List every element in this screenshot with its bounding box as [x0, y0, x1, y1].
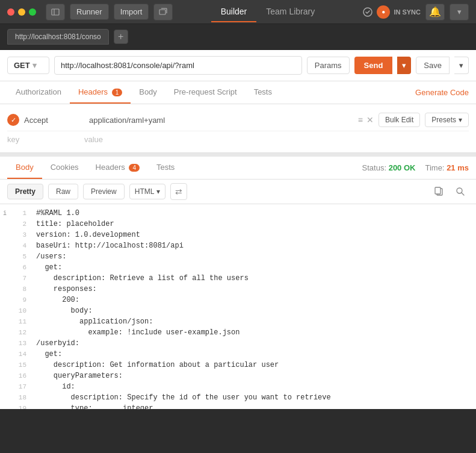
tab-authorization[interactable]: Authorization	[7, 81, 70, 104]
tab-headers-response[interactable]: Headers 4	[87, 157, 148, 179]
time-label: Time: 21 ms	[425, 163, 469, 172]
presets-button[interactable]: Presets ▾	[425, 113, 469, 127]
save-button[interactable]: Save	[416, 57, 450, 74]
tab-tests-response[interactable]: Tests	[148, 157, 183, 179]
tab-builder[interactable]: Builder	[211, 2, 257, 22]
line-content: version: 1.0.development	[31, 231, 476, 242]
code-line: 17 id:	[0, 383, 476, 393]
status-code: 200 OK	[389, 163, 416, 172]
presets-chevron-icon: ▾	[459, 116, 462, 124]
send-button[interactable]: Send	[354, 57, 393, 74]
generate-code-link[interactable]: Generate Code	[415, 88, 469, 97]
code-line: 19 type: integer	[0, 404, 476, 409]
status-label: Status: 200 OK	[362, 163, 416, 172]
line-indicator	[0, 361, 10, 372]
minimize-button[interactable]	[18, 8, 25, 16]
import-button[interactable]: Import	[114, 4, 149, 20]
code-toolbar-icons	[430, 183, 469, 200]
tab-pre-request-script[interactable]: Pre-request Script	[165, 81, 246, 104]
title-bar: Runner Import Builder Team Library ● IN …	[0, 0, 476, 24]
close-button[interactable]	[7, 8, 14, 16]
delete-icon[interactable]: ✕	[366, 115, 374, 125]
response-headers-badge: 4	[129, 164, 140, 172]
send-chevron-icon: ▾	[402, 61, 406, 70]
line-content: description: Retrieve a list of all the …	[31, 274, 476, 285]
tab-team-library[interactable]: Team Library	[256, 2, 324, 22]
line-content: /userbyid:	[31, 339, 476, 350]
url-bar: http://localhost:8081/conso +	[0, 24, 476, 50]
add-tab-button[interactable]: +	[114, 30, 128, 44]
line-number: 17	[10, 383, 31, 393]
code-line: 3version: 1.0.development	[0, 231, 476, 242]
line-content: get:	[31, 350, 476, 361]
params-button[interactable]: Params	[307, 57, 350, 74]
url-tab[interactable]: http://localhost:8081/conso	[7, 29, 109, 45]
code-line: 7 description: Retrieve a list of all th…	[0, 274, 476, 285]
line-number: 1	[10, 209, 31, 220]
line-number: 13	[10, 339, 31, 350]
line-content: description: Get information about a par…	[31, 361, 476, 372]
code-line: 4baseUri: http://localhost:8081/api	[0, 242, 476, 252]
code-line: 12 example: !include user-example.json	[0, 328, 476, 339]
sync-circle: ●	[377, 5, 390, 19]
line-indicator	[0, 350, 10, 361]
pretty-button[interactable]: Pretty	[7, 184, 43, 199]
line-number: 18	[10, 393, 31, 404]
svg-rect-2	[159, 10, 165, 14]
copy-button[interactable]	[430, 183, 447, 200]
format-select[interactable]: HTML ▾	[129, 184, 166, 199]
bell-icon: 🔔	[429, 6, 441, 17]
line-content: application/json:	[31, 317, 476, 328]
bulk-edit-button[interactable]: Bulk Edit	[379, 113, 420, 127]
line-number: 9	[10, 296, 31, 307]
maximize-button[interactable]	[29, 8, 36, 16]
time-value: 21 ms	[447, 163, 469, 172]
svg-rect-7	[435, 187, 440, 194]
code-line: i1#%RAML 1.0	[0, 209, 476, 220]
url-input[interactable]	[54, 56, 302, 75]
check-icon[interactable]: ✓	[7, 114, 19, 126]
tab-body-response[interactable]: Body	[7, 157, 42, 179]
tab-cookies-response[interactable]: Cookies	[42, 157, 87, 179]
headers-badge: 1	[112, 89, 123, 96]
line-content: example: !include user-example.json	[31, 328, 476, 339]
send-dropdown-button[interactable]: ▾	[397, 57, 411, 74]
method-select[interactable]: GET ▾	[7, 57, 49, 74]
method-chevron-icon: ▾	[32, 61, 37, 70]
code-line: 15 description: Get information about a …	[0, 361, 476, 372]
line-indicator	[0, 339, 10, 350]
toolbar-right: ● IN SYNC 🔔 ▾	[362, 4, 469, 20]
line-indicator	[0, 372, 10, 383]
notification-button[interactable]: 🔔	[425, 4, 445, 20]
save-chevron-icon: ▾	[459, 61, 463, 70]
line-indicator	[0, 274, 10, 285]
code-line: 10 body:	[0, 307, 476, 317]
tab-tests[interactable]: Tests	[246, 81, 280, 104]
code-line: 14 get:	[0, 350, 476, 361]
menu-dropdown-button[interactable]: ▾	[450, 4, 469, 20]
line-content: responses:	[31, 285, 476, 296]
save-dropdown-button[interactable]: ▾	[454, 57, 469, 74]
raw-button[interactable]: Raw	[48, 184, 78, 199]
svg-rect-0	[52, 9, 59, 15]
header-row: ✓ Accept application/raml+yaml ≡ ✕ Bulk …	[7, 109, 469, 131]
value-placeholder[interactable]: value	[84, 135, 156, 144]
key-placeholder[interactable]: key	[7, 135, 79, 144]
new-tab-button[interactable]	[153, 4, 173, 20]
preview-button[interactable]: Preview	[83, 184, 125, 199]
sidebar-toggle-button[interactable]	[46, 4, 65, 20]
runner-button[interactable]: Runner	[70, 4, 109, 20]
search-button[interactable]	[452, 183, 469, 200]
nav-tabs: Builder Team Library	[178, 2, 357, 22]
line-indicator	[0, 393, 10, 404]
line-content: queryParameters:	[31, 372, 476, 383]
code-line: 16 queryParameters:	[0, 372, 476, 383]
tab-body[interactable]: Body	[131, 81, 165, 104]
code-area: i1#%RAML 1.02title: placeholder3version:…	[0, 204, 476, 409]
line-content: id:	[31, 383, 476, 393]
line-content: baseUri: http://localhost:8081/api	[31, 242, 476, 252]
header-actions: Bulk Edit Presets ▾	[379, 113, 469, 127]
tab-headers[interactable]: Headers 1	[70, 81, 131, 104]
line-content: get:	[31, 263, 476, 274]
wrap-button[interactable]: ⇄	[170, 183, 187, 200]
